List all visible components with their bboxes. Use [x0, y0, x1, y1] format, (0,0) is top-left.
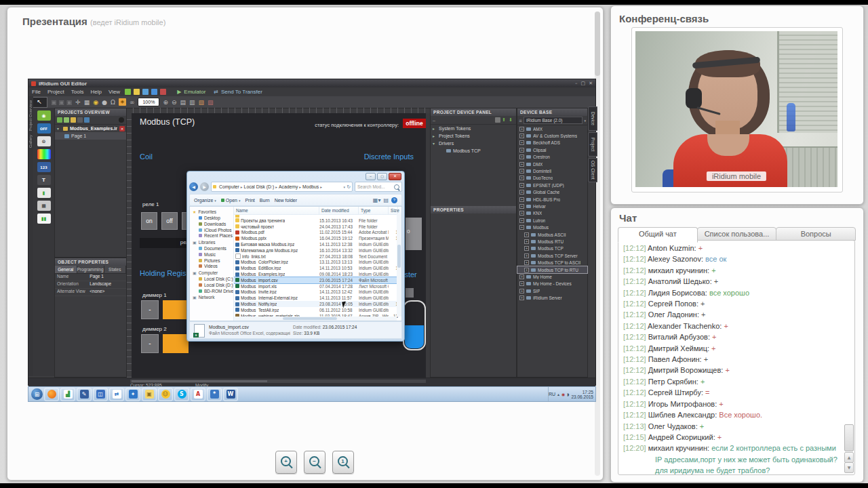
menu-file[interactable]: File: [28, 89, 44, 95]
zoom-out-button[interactable]: −: [304, 451, 326, 474]
sidebar-item[interactable]: Videos: [190, 263, 233, 269]
device-base-item[interactable]: +Crestron: [517, 154, 587, 161]
menu-project[interactable]: Project: [44, 89, 68, 95]
breadcrumb-item[interactable]: Computer: [218, 184, 241, 189]
left-tab-project-overview[interactable]: Project Overview: [28, 100, 33, 131]
pen-app-icon[interactable]: ✎: [77, 388, 92, 401]
minimize-icon[interactable]: –: [575, 80, 578, 87]
sidebar-item[interactable]: Local Disk (D:): [190, 282, 233, 288]
organize-button[interactable]: Organize ▾: [194, 198, 216, 203]
tray-volume-icon[interactable]: ◗: [567, 392, 569, 396]
send-to-transfer-button[interactable]: Send To Transfer: [221, 89, 262, 95]
expand-plus-icon[interactable]: +: [519, 183, 524, 188]
expand-plus-icon[interactable]: +: [519, 211, 524, 216]
joystick-icon[interactable]: ◈: [119, 98, 126, 106]
sidebar-item[interactable]: Documents: [190, 246, 233, 252]
clone-page-icon[interactable]: [84, 117, 90, 123]
acrobat-icon[interactable]: A: [191, 388, 205, 401]
android-icon[interactable]: ◉: [37, 110, 51, 121]
shape-icon[interactable]: ●: [102, 98, 107, 107]
swirl-app-icon[interactable]: *: [207, 388, 222, 401]
file-row[interactable]: Проекты два тренинга15.10.2013 16:43File…: [234, 218, 401, 224]
file-list-vscrollbar[interactable]: [397, 214, 401, 317]
dimmer2-level[interactable]: [163, 334, 189, 353]
photos-icon[interactable]: ▣: [142, 388, 157, 401]
expand-plus-icon[interactable]: +: [519, 155, 524, 159]
project-tree-root[interactable]: ▾ Modbus_Examples.irpz ✕: [55, 125, 126, 132]
align-left-icon[interactable]: ▤: [180, 98, 186, 107]
device-base-item[interactable]: +DMX: [517, 161, 587, 167]
device-base-item[interactable]: +KNX: [517, 210, 587, 217]
file-row[interactable]: Битовая маска Modbus.irpz14.11.2013 12:3…: [234, 241, 401, 247]
device-base-item[interactable]: +Modbus TCP: [517, 245, 587, 252]
file-row[interactable]: Modbus_ColorPicker.irpz13.11.2013 13:13I…: [234, 260, 401, 266]
save-project-icon[interactable]: [142, 89, 149, 95]
device-base-item[interactable]: +SIP: [517, 287, 587, 294]
device-base-item[interactable]: +My Home: [517, 273, 587, 280]
op-tab-general[interactable]: General: [55, 266, 77, 273]
device-base-item[interactable]: +My Home - Devices: [517, 281, 587, 287]
dimmer1-minus-button[interactable]: -: [141, 300, 159, 319]
zoom-reset-button[interactable]: 1: [332, 451, 354, 474]
preview-pane-icon[interactable]: ▤: [383, 197, 389, 203]
expand-plus-icon[interactable]: +: [519, 296, 524, 300]
align-center-icon[interactable]: ▥: [189, 98, 195, 107]
device-base-item[interactable]: +EPSNET (UDP): [517, 182, 587, 188]
expand-plus-icon[interactable]: +: [519, 289, 524, 293]
sidebar-group-computer[interactable]: ▣Computer: [190, 269, 233, 277]
link-icon[interactable]: ∞: [130, 98, 135, 107]
expand-plus-icon[interactable]: +: [519, 190, 524, 195]
forward-icon[interactable]: ▶: [200, 182, 209, 191]
file-row[interactable]: Modbus_Notify.irpz23.08.2014 15:05Iridiu…: [234, 301, 401, 307]
scroll-down-icon[interactable]: ▼: [844, 462, 854, 473]
emulator-button[interactable]: Emulator: [184, 89, 205, 95]
device-tree-item[interactable]: ▸System Tokens: [431, 125, 516, 132]
bars-icon[interactable]: ▮▮: [37, 214, 51, 224]
add-popup-icon[interactable]: [64, 117, 69, 123]
select-tool-button[interactable]: ↖: [31, 97, 47, 108]
expand-plus-icon[interactable]: +: [519, 162, 524, 167]
level-icon[interactable]: ▮: [37, 188, 51, 198]
column-name[interactable]: Name: [234, 207, 319, 214]
expand-plus-icon[interactable]: +: [519, 176, 524, 180]
tray-arrow-icon[interactable]: ▴: [557, 392, 559, 396]
property-value[interactable]: <none>: [90, 289, 104, 296]
text-tool-icon[interactable]: T: [37, 175, 51, 185]
move-tool-icon[interactable]: ✛: [75, 98, 81, 107]
start-button[interactable]: ⊞: [31, 388, 43, 400]
upload-icon[interactable]: ⬆: [502, 117, 507, 123]
tank-widget[interactable]: [403, 300, 426, 350]
sidebar-group-favorites[interactable]: ★Favorites: [190, 208, 233, 216]
save-app-icon[interactable]: ◫: [93, 388, 108, 401]
property-value[interactable]: Landscape: [90, 281, 111, 288]
dialog-minimize-icon[interactable]: –: [366, 173, 376, 180]
sidebar-item[interactable]: iCloud Photos: [190, 227, 233, 233]
device-base-dropdown[interactable]: ≡ iRidium Base (2.0) ▾: [517, 116, 587, 125]
expand-plus-icon[interactable]: +: [519, 140, 524, 145]
power-icon[interactable]: ⊙: [37, 136, 51, 146]
device-chip-icon[interactable]: [495, 117, 500, 123]
expander-icon[interactable]: ▸: [433, 126, 437, 131]
op-tab-programming[interactable]: Programming: [77, 266, 104, 273]
device-base-item[interactable]: +DuoTecno: [517, 175, 587, 182]
dialog-maximize-icon[interactable]: ▢: [377, 173, 387, 180]
dialog-close-icon[interactable]: ✕: [389, 173, 401, 180]
menu-view[interactable]: View: [105, 89, 123, 95]
back-icon[interactable]: ◀: [189, 182, 198, 191]
expand-plus-icon[interactable]: +: [519, 281, 524, 286]
keypad-icon[interactable]: ▦: [37, 201, 51, 211]
dimmer2-minus-button[interactable]: -: [141, 334, 159, 353]
device-base-item[interactable]: +Modbus TCP to RTU: [517, 266, 587, 273]
device-base-item[interactable]: +AMX: [517, 125, 587, 132]
sidebar-group-network[interactable]: ▣Network: [190, 293, 233, 301]
right-tab-device[interactable]: Device: [588, 106, 597, 131]
folder-icon[interactable]: [71, 117, 76, 123]
column-size[interactable]: Size: [389, 207, 398, 214]
sidebar-item[interactable]: Desktop: [190, 216, 233, 222]
relay-on-button[interactable]: on: [141, 212, 157, 230]
expand-plus-icon[interactable]: +: [519, 204, 524, 209]
views-icon[interactable]: ▦▾: [373, 197, 381, 203]
sidebar-item[interactable]: Recent Places: [190, 232, 233, 239]
expand-plus-icon[interactable]: +: [519, 218, 524, 223]
op-tab-states[interactable]: States: [104, 266, 127, 273]
